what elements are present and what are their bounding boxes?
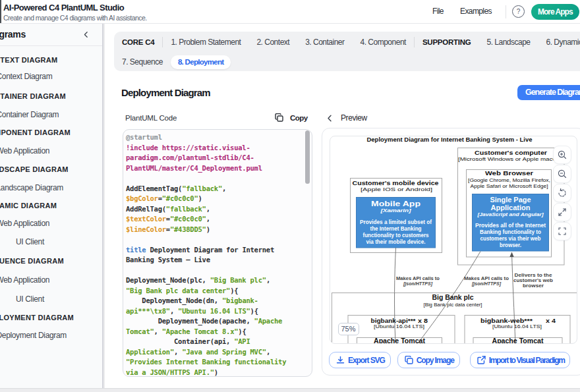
sidebar-item[interactable]: UI Client (16, 294, 44, 304)
zoom-in-icon (557, 150, 567, 160)
spa-desc-1: Provides all of the Internet (475, 222, 546, 229)
spa-desc-3: customers via their web (480, 235, 541, 242)
help-icon[interactable]: ? (512, 5, 525, 18)
zoom-reset-button[interactable] (553, 184, 571, 202)
api-node-subtitle: [Ubuntu 16.04 LTS] (374, 323, 424, 329)
tab-supporting: SUPPORTING (415, 36, 479, 48)
mobile-app-desc-2: the Internet Banking (370, 225, 422, 232)
sidebar-section-header: COMPONENT DIAGRAM (0, 128, 71, 136)
tab-8-deployment[interactable]: 8. Deployment (171, 55, 231, 69)
spa-desc-2: Banking functionality to (480, 229, 541, 235)
api-node-count: x 8 (418, 317, 428, 324)
zoom-out-button[interactable] (553, 165, 571, 183)
diagram-title: Deployment Diagram for Internet Banking … (367, 136, 533, 143)
browser-node-title: Web Browser (485, 169, 533, 177)
code-editor[interactable]: @startuml !include https://static.visual… (126, 132, 305, 377)
collapse-preview-icon[interactable] (327, 115, 332, 122)
rel-arrowhead-up (509, 252, 513, 258)
sidebar-item[interactable]: Web Application (0, 219, 49, 228)
rel2-tech: [json/HTTPS] (471, 281, 501, 287)
preview-label: Preview (341, 113, 367, 123)
mobile-app-title: Mobile App (371, 200, 420, 208)
menu-file[interactable]: File (432, 7, 444, 16)
sidebar-item[interactable]: Container Diagram (0, 110, 59, 119)
mobile-app-desc-3: functionality to customers (363, 232, 429, 238)
sidebar-item[interactable]: Deployment Diagram (0, 331, 67, 340)
computer-node-subtitle: [Microsoft Windows or Apple macOS] (458, 156, 564, 162)
spa-title-2: Application (491, 204, 531, 211)
preview-actions: Export SVG Copy Image Import to Visual P… (329, 352, 570, 368)
mobile-node-title: Customer's mobile device (353, 179, 439, 186)
page-title: Deployment Diagram (121, 87, 210, 98)
computer-node-title: Customer's computer (475, 149, 547, 156)
zoom-in-button[interactable] (553, 146, 571, 164)
sidebar-item[interactable]: Context Diagram (0, 72, 52, 81)
sidebar-title: Diagrams (0, 29, 26, 40)
mobile-app-desc-4: via their mobile device. (366, 238, 426, 245)
spa-tech: [JavaScript and Angular] (477, 211, 543, 217)
menu-examples[interactable]: Examples (460, 7, 492, 16)
rel3-label-3: browser (523, 283, 544, 289)
mobile-node-subtitle: [Apple IOS or Android] (361, 186, 432, 192)
copy-code-button[interactable]: Copy (275, 113, 308, 122)
sidebar-section-header: CONTEXT DIAGRAM (0, 56, 57, 64)
preview-pane: Deployment Diagram for Internet Banking … (322, 128, 580, 376)
reset-zoom-icon (557, 188, 567, 198)
more-apps-button[interactable]: More Apps (531, 4, 579, 20)
code-scrollbar[interactable] (305, 130, 310, 184)
tab-bar: CORE C41. Problem Statement2. Context3. … (114, 32, 580, 71)
bank-node-title: Big Bank plc (432, 294, 474, 301)
code-editor-pane[interactable]: @startuml !include https://static.visual… (123, 129, 312, 377)
external-link-icon (477, 356, 486, 364)
spa-title-1: Single Page (490, 196, 531, 204)
tab-7-sequence[interactable]: 7. Sequence (114, 55, 171, 69)
sidebar-item[interactable]: UI Client (16, 237, 44, 246)
import-vp-label: Import to Visual Paradigm (489, 356, 565, 365)
tab-3-container[interactable]: 3. Container (297, 36, 352, 49)
api-node-title: bigbank-api*** (371, 317, 416, 324)
zoom-controls (553, 146, 571, 240)
sidebar-section-header: DYNAMIC DIAGRAM (0, 202, 57, 210)
sidebar-section-header: DEPLOYMENT DIAGRAM (0, 314, 74, 322)
fit-view-button[interactable] (553, 222, 571, 240)
tab-5-landscape[interactable]: 5. Landscape (478, 36, 538, 49)
sidebar-item[interactable]: Web Application (0, 275, 49, 285)
sidebar-section-header: SEQUENCE DIAGRAM (0, 257, 64, 265)
app-subtitle: Create and manage C4 diagrams with AI as… (3, 14, 147, 22)
sidebar: Diagrams CONTEXT DIAGRAMContext DiagramC… (0, 24, 103, 388)
bank-node-subtitle: [Big Bank plc data center] (424, 302, 482, 308)
import-vp-button[interactable]: Import to Visual Paradigm (470, 352, 571, 368)
generate-diagram-button[interactable]: Generate Diagram (517, 85, 580, 100)
app-window: AI-Powered C4 PlantUML Studio Create and… (0, 0, 580, 392)
tab-1-problem-statement[interactable]: 1. Problem Statement (163, 36, 248, 49)
tab-2-context[interactable]: 2. Context (248, 36, 297, 49)
tab-4-component[interactable]: 4. Component (353, 36, 414, 49)
sidebar-item[interactable]: Landscape Diagram (0, 183, 63, 192)
sidebar-item[interactable]: Web Application (0, 146, 49, 155)
export-svg-button[interactable]: Export SVG (329, 352, 391, 368)
copy-icon (275, 113, 283, 122)
export-svg-label: Export SVG (348, 356, 385, 365)
fullscreen-icon (557, 207, 567, 217)
preview-header: Preview (327, 113, 367, 123)
app-header: AI-Powered C4 PlantUML Studio Create and… (0, 0, 580, 24)
header-divider (506, 5, 506, 18)
tab-6-dynamic[interactable]: 6. Dynamic (538, 36, 580, 49)
copy-image-icon (405, 356, 413, 364)
download-icon (336, 356, 345, 364)
diagram-viewport[interactable]: Deployment Diagram for Internet Banking … (330, 136, 577, 344)
sidebar-section-header: CONTAINER DIAGRAM (0, 92, 66, 100)
copy-image-button[interactable]: Copy Image (397, 352, 460, 368)
sidebar-collapse-icon[interactable] (81, 30, 91, 40)
web-tomcat-title: Apache Tomcat (492, 337, 544, 345)
zoom-out-icon (557, 169, 567, 179)
fullscreen-button[interactable] (553, 203, 571, 221)
mobile-app-desc-1: Provides a limited subset of (360, 219, 432, 225)
zoom-level-badge: 75% (338, 323, 359, 335)
code-panel-label: PlantUML Code (125, 114, 177, 122)
copy-button-label: Copy (290, 114, 308, 122)
rel-web-to-spa-line (512, 253, 516, 345)
sidebar-section-header: LANDSCAPE DIAGRAM (0, 165, 69, 173)
rel1-tech: [json/HTTPS] (403, 281, 432, 287)
window-edge-artifact (0, 0, 1, 23)
